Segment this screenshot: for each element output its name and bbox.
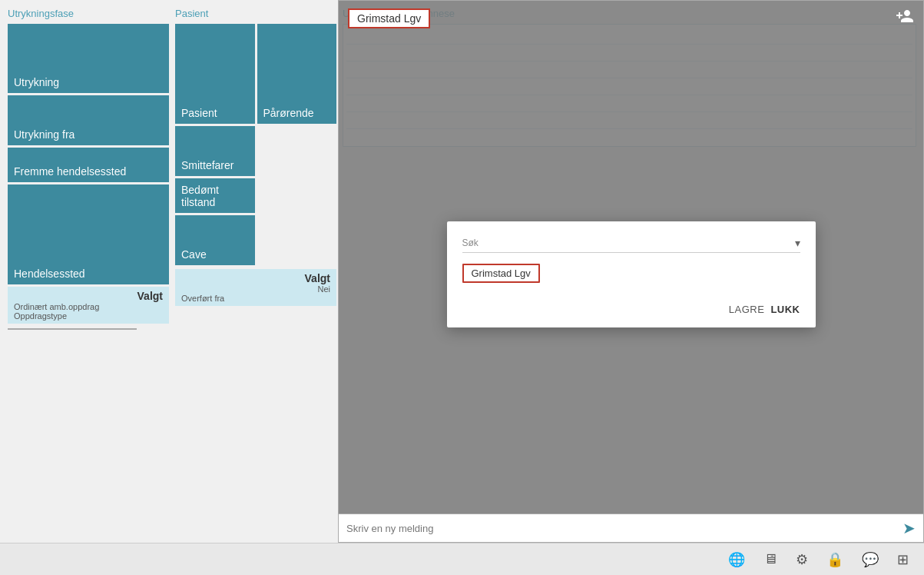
message-input[interactable] (346, 523, 902, 534)
pasient-grid: Pasient Smittefarer Bedømt tilstand Cave… (175, 24, 336, 268)
tile-utrykning[interactable]: Utrykning (8, 24, 169, 93)
tile-cave[interactable]: Cave (175, 215, 255, 265)
search-label: Søk (462, 238, 481, 248)
utrykning-status-value: Valgt (14, 290, 163, 302)
tile-parorende[interactable]: Pårørende (257, 24, 337, 124)
add-person-icon[interactable] (896, 7, 914, 29)
tile-fremme[interactable]: Fremme hendelsessted (8, 148, 169, 182)
screen-icon[interactable]: 🖥 (763, 551, 777, 567)
dropdown-icon[interactable]: ▾ (795, 237, 800, 249)
overlay-title: Grimstad Lgv (348, 8, 430, 28)
tile-bedoemt[interactable]: Bedømt tilstand (175, 178, 255, 213)
pasient-header: Pasient (175, 8, 336, 19)
lock-icon[interactable]: 🔒 (826, 551, 843, 568)
lukk-button[interactable]: LUKK (770, 304, 800, 315)
search-row: Søk ▾ (462, 237, 800, 253)
pasient-status-value: Valgt (181, 272, 330, 284)
selected-tag[interactable]: Grimstad Lgv (462, 264, 540, 283)
overlay-header: Grimstad Lgv (339, 1, 923, 35)
settings-icon[interactable]: ⚙ (796, 551, 808, 568)
utrykning-divider (8, 328, 137, 330)
tile-pasient[interactable]: Pasient (175, 24, 255, 124)
tile-hendelsessted[interactable]: Hendelsessted (8, 184, 169, 284)
search-input[interactable] (487, 237, 795, 249)
utrykning-status-line2: Oppdragstype (14, 311, 163, 321)
dialog-actions: LAGRE LUKK (462, 304, 800, 315)
overlay-panel: Grimstad Lgv Søk ▾ Grimstad Lgv (338, 0, 924, 543)
pasient-status-line2: Overført fra (181, 294, 330, 303)
bottom-toolbar: 🌐 🖥 ⚙ 🔒 💬 ⊞ (0, 543, 924, 575)
utrykning-header: Utrykningsfase (8, 8, 169, 19)
tag-area: Grimstad Lgv (462, 264, 800, 291)
pasient-status: Valgt Nei Overført fra (175, 269, 336, 306)
send-icon[interactable]: ➤ (902, 519, 916, 537)
utrykning-column: Utrykningsfase Utrykning Utrykning fra F… (8, 8, 169, 543)
overlay-body: Søk ▾ Grimstad Lgv LAGRE LUKK (339, 35, 923, 514)
main-content: Utrykningsfase Utrykning Utrykning fra F… (0, 0, 924, 543)
tile-smittefarer[interactable]: Smittefarer (175, 126, 255, 176)
utrykning-status-line1: Ordinært amb.oppdrag (14, 302, 163, 311)
pasient-column: Pasient Pasient Smittefarer Bedømt tilst… (175, 8, 336, 543)
inner-dialog: Søk ▾ Grimstad Lgv LAGRE LUKK (447, 221, 816, 327)
pasient-right: Pårørende (257, 24, 337, 268)
pasient-left: Pasient Smittefarer Bedømt tilstand Cave (175, 24, 255, 268)
overlay-footer: ➤ (339, 514, 923, 542)
tile-utrykning-fra[interactable]: Utrykning fra (8, 95, 169, 145)
chat-icon[interactable]: 💬 (862, 551, 879, 568)
utrykning-status: Valgt Ordinært amb.oppdrag Oppdragstype (8, 287, 169, 324)
lagre-button[interactable]: LAGRE (729, 304, 765, 315)
pasient-status-line1: Nei (181, 284, 330, 294)
grid-icon[interactable]: ⊞ (897, 551, 909, 568)
globe-icon[interactable]: 🌐 (728, 551, 745, 568)
